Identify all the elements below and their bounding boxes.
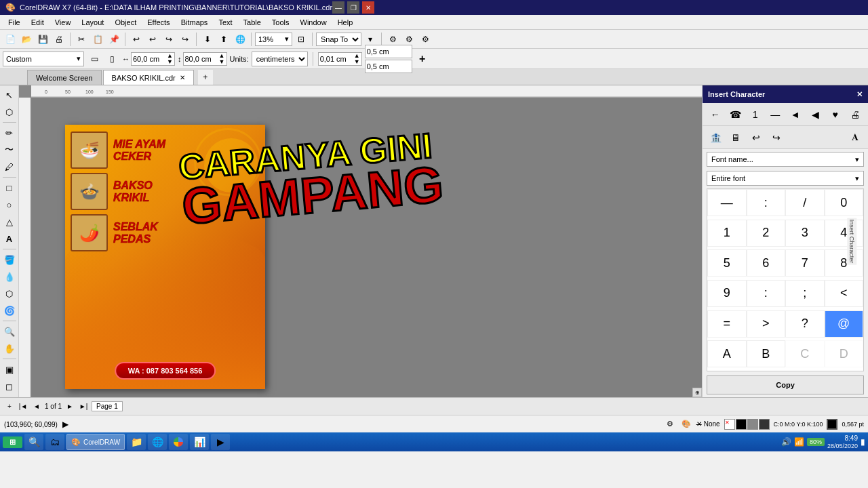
zoom-display[interactable]: 13% ▾ (255, 33, 292, 46)
nudge2-input[interactable]: 0,5 cm (365, 45, 412, 58)
taskbar-chrome[interactable] (169, 434, 188, 450)
panel-icon-phone[interactable]: ☎ (727, 106, 745, 123)
tray-network[interactable]: 📶 (794, 437, 804, 447)
swatch-none[interactable]: ✕ (724, 419, 735, 430)
start-button[interactable]: ⊞ (3, 436, 22, 448)
taskbar-excel[interactable]: 📊 (190, 434, 209, 450)
panel-charset-dropdown[interactable]: Entire font ▾ (707, 171, 864, 186)
landscape-button[interactable]: ▯ (104, 52, 119, 66)
options3-button[interactable]: ⚙ (418, 32, 433, 47)
zoom-tool[interactable]: 🔍 (1, 323, 18, 340)
tab-close-icon[interactable]: ✕ (180, 74, 185, 81)
page-add-btn[interactable]: + (4, 401, 15, 412)
char-qmark[interactable]: ? (785, 310, 825, 338)
panel-font-dropdown[interactable]: Font name... ▾ (707, 152, 864, 167)
text-tool[interactable]: A (1, 230, 18, 247)
swatch-dark[interactable] (759, 419, 770, 430)
redo2-button[interactable]: ↪ (178, 32, 193, 47)
char-A[interactable]: A (707, 340, 747, 367)
polygon-tool[interactable]: △ (1, 214, 18, 230)
print-button[interactable]: 🖨 (52, 32, 66, 47)
menu-layout[interactable]: Layout (76, 17, 109, 28)
char-3[interactable]: 3 (785, 220, 825, 247)
panel-close-button[interactable]: ✕ (856, 90, 863, 99)
color-mgmt-icon[interactable]: ⚙ (664, 418, 676, 430)
menu-text[interactable]: Text (213, 17, 237, 28)
freehand-tool[interactable]: ✏ (1, 125, 18, 141)
taskbar-browser[interactable]: 🌐 (148, 434, 167, 450)
menu-table[interactable]: Table (238, 17, 267, 28)
tab-welcome[interactable]: Welcome Screen (27, 70, 102, 85)
select-tool[interactable]: ↖ (1, 87, 18, 103)
pen-tool[interactable]: 🖊 (1, 159, 18, 175)
panel-icon-dash[interactable]: — (767, 106, 785, 123)
open-button[interactable]: 📂 (19, 32, 34, 47)
export-button[interactable]: ⬆ (216, 32, 231, 47)
menu-effects[interactable]: Effects (142, 17, 175, 28)
char-4[interactable]: 4 (825, 220, 864, 247)
taskbar-media[interactable]: ▶ (211, 434, 230, 450)
swatch-gray[interactable] (747, 419, 758, 430)
canvas-inner[interactable]: 🍜 MIE AYAMCEKER 🍲 BAKSOKRIKIL (31, 98, 702, 397)
page-next[interactable]: ► (64, 401, 75, 412)
char-gt[interactable]: > (747, 310, 786, 338)
panel-icon-forward[interactable]: ↪ (768, 129, 785, 146)
maximize-button[interactable]: ❐ (347, 1, 359, 14)
color-proof-icon[interactable]: 🎨 (680, 418, 692, 430)
bezier-tool[interactable]: 〜 (1, 142, 18, 158)
panel-icon-1[interactable]: ← (707, 106, 724, 123)
tray-show-desktop[interactable]: ▮ (861, 437, 865, 447)
undo2-button[interactable]: ↩ (145, 32, 160, 47)
eyedropper-tool[interactable]: 💧 (1, 268, 18, 285)
page-add-button[interactable]: + (415, 52, 430, 66)
portrait-button[interactable]: ▭ (87, 52, 102, 66)
page-first[interactable]: |◄ (18, 401, 28, 412)
menu-edit[interactable]: Edit (26, 17, 50, 28)
menu-window[interactable]: Window (295, 17, 332, 28)
menu-help[interactable]: Help (332, 17, 359, 28)
canvas-corner[interactable]: ⊕ (692, 388, 702, 397)
panel-icon-num[interactable]: 1 (747, 106, 764, 123)
panel-icon-left2[interactable]: ◀ (807, 106, 825, 123)
swatch-black[interactable] (736, 419, 747, 430)
panel-icon-font-search[interactable]: 𝐀 (846, 129, 864, 146)
char-0[interactable]: 0 (825, 189, 864, 216)
node-tool[interactable]: ⬡ (1, 104, 18, 120)
fill-tool[interactable]: 🪣 (1, 251, 18, 268)
char-semi2[interactable]: ; (785, 280, 825, 307)
snap-dropdown[interactable]: Snap To (316, 33, 361, 46)
char-8[interactable]: 8 (825, 249, 864, 277)
taskbar-coreldraw[interactable]: 🎨CorelDRAW (66, 434, 125, 450)
transparency-tool[interactable]: ◻ (1, 378, 18, 394)
menu-view[interactable]: View (50, 17, 77, 28)
char-B[interactable]: B (747, 340, 786, 367)
nudge-input[interactable]: 0,01 cm ▲▼ (318, 52, 362, 66)
char-6[interactable]: 6 (747, 249, 786, 277)
new-tab-button[interactable]: + (198, 70, 213, 85)
panel-icon-reply[interactable]: ↩ (747, 129, 765, 146)
tab-document[interactable]: BAKSO KRIKIL.cdr ✕ (103, 70, 194, 85)
copy-button[interactable]: 📋 (90, 32, 105, 47)
menu-bitmaps[interactable]: Bitmaps (176, 17, 214, 28)
panel-icon-heart[interactable]: ♥ (827, 106, 844, 123)
undo-button[interactable]: ↩ (129, 32, 144, 47)
char-eq[interactable]: = (707, 310, 747, 338)
page-prev[interactable]: ◄ (31, 401, 42, 412)
close-button[interactable]: ✕ (362, 1, 374, 14)
blend-tool[interactable]: ⬡ (1, 285, 18, 302)
char-9[interactable]: 9 (707, 280, 747, 307)
char-2[interactable]: 2 (747, 220, 786, 247)
zoom-fit-button[interactable]: ⊡ (294, 32, 309, 47)
publish-button[interactable]: 🌐 (233, 32, 248, 47)
panel-icon-monitor[interactable]: 🖥 (727, 129, 745, 146)
char-slash[interactable]: / (785, 189, 825, 216)
char-lt[interactable]: < (825, 280, 864, 307)
minimize-button[interactable]: — (332, 1, 344, 14)
page-last[interactable]: ►| (78, 401, 89, 412)
panel-icon-left1[interactable]: ◄ (787, 106, 804, 123)
height-input[interactable]: 80,0 cm ▲▼ (183, 52, 227, 66)
stroke-swatch[interactable] (827, 419, 837, 430)
copy-button[interactable]: Copy (707, 375, 864, 394)
distort-tool[interactable]: 🌀 (1, 302, 18, 319)
import-button[interactable]: ⬇ (200, 32, 215, 47)
